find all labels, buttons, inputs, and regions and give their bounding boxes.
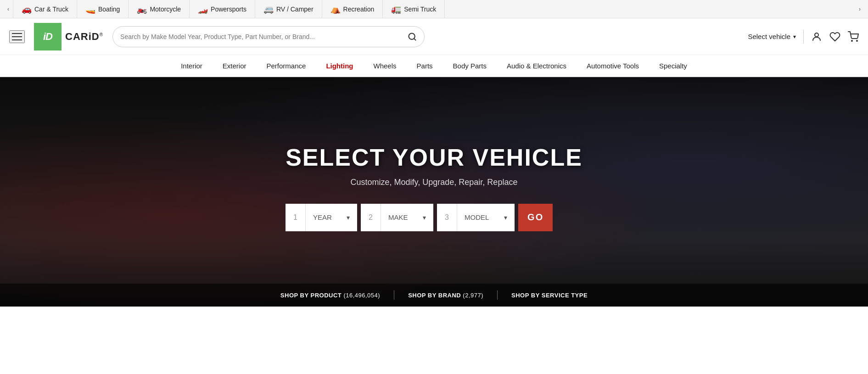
powersports-icon: 🏎️: [198, 4, 208, 14]
svg-point-3: [851, 40, 852, 41]
site-header: iD CARiD® Select vehicle ▾: [0, 18, 868, 55]
hamburger-line-2: [12, 36, 22, 37]
hero-title: SELECT YOUR VEHICLE: [286, 144, 582, 171]
nav-item-automotive-tools[interactable]: Automotive Tools: [577, 55, 649, 77]
select-vehicle-chevron: ▾: [793, 33, 796, 40]
selector-make: 2 MAKE ▾: [361, 204, 433, 231]
logo-icon-box: iD: [34, 23, 62, 50]
logo-brand-text: CARiD®: [65, 31, 103, 43]
recreation-label: Recreation: [343, 6, 375, 13]
powersports-label: Powersports: [211, 6, 246, 13]
search-bar-container: [112, 26, 425, 47]
scroll-right-arrow[interactable]: ›: [855, 0, 864, 18]
select-vehicle-label: Select vehicle: [748, 33, 790, 40]
top-cat-semi-truck[interactable]: 🚛Semi Truck: [383, 0, 445, 18]
hamburger-menu-button[interactable]: [9, 30, 25, 43]
car-truck-label: Car & Truck: [34, 6, 68, 13]
search-button[interactable]: [408, 32, 417, 41]
car-truck-icon: 🚗: [22, 4, 32, 14]
recreation-icon: ⛺: [330, 4, 341, 14]
semi-truck-label: Semi Truck: [404, 6, 436, 13]
logo-link[interactable]: iD CARiD®: [34, 23, 103, 50]
selector-number-year: 1: [286, 204, 306, 231]
heart-icon: [829, 31, 840, 42]
nav-item-audio-electronics[interactable]: Audio & Electronics: [497, 55, 577, 77]
rv-camper-label: RV / Camper: [276, 6, 314, 13]
svg-point-2: [815, 33, 818, 37]
hamburger-line-3: [12, 39, 22, 40]
scroll-left-arrow[interactable]: ‹: [4, 0, 13, 18]
nav-item-exterior[interactable]: Exterior: [213, 55, 257, 77]
vehicle-selector: 1 YEAR ▾ 2 MAKE ▾ 3 MODEL ▾ GO: [286, 204, 553, 231]
select-vehicle-button[interactable]: Select vehicle ▾: [748, 33, 796, 40]
selector-number-model: 3: [437, 204, 457, 231]
hero-subtitle: Customize, Modify, Upgrade, Repair, Repl…: [286, 178, 582, 187]
rv-camper-icon: 🚐: [263, 4, 274, 14]
year-select[interactable]: YEAR: [306, 204, 339, 231]
nav-item-body-parts[interactable]: Body Parts: [443, 55, 497, 77]
top-cat-boating[interactable]: 🚤Boating: [77, 0, 129, 18]
selector-number-make: 2: [361, 204, 381, 231]
cart-icon: [848, 31, 859, 42]
top-cat-powersports[interactable]: 🏎️Powersports: [190, 0, 255, 18]
nav-item-performance[interactable]: Performance: [257, 55, 316, 77]
bottom-link-shop-by-brand[interactable]: SHOP BY BRAND (2,977): [394, 292, 497, 299]
svg-line-1: [414, 38, 416, 40]
year-chevron: ▾: [339, 214, 357, 221]
selector-year: 1 YEAR ▾: [286, 204, 357, 231]
model-chevron: ▾: [497, 214, 515, 221]
make-select[interactable]: MAKE: [381, 204, 415, 231]
top-cat-car-truck[interactable]: 🚗Car & Truck: [13, 0, 77, 18]
selector-model: 3 MODEL ▾: [437, 204, 515, 231]
top-cat-motorcycle[interactable]: 🏍️Motorcycle: [129, 0, 190, 18]
boating-label: Boating: [98, 6, 120, 13]
logo-id-text: iD: [43, 31, 52, 43]
svg-point-4: [857, 40, 857, 41]
make-chevron: ▾: [415, 214, 433, 221]
top-cat-recreation[interactable]: ⛺Recreation: [322, 0, 383, 18]
nav-item-wheels[interactable]: Wheels: [364, 55, 407, 77]
header-right-section: Select vehicle ▾: [748, 30, 859, 44]
motorcycle-icon: 🏍️: [137, 4, 147, 14]
bottom-link-shop-by-service[interactable]: SHOP BY SERVICE TYPE: [498, 292, 601, 299]
bottom-links-bar: SHOP BY PRODUCT (16,496,054)SHOP BY BRAN…: [0, 284, 868, 307]
main-nav: InteriorExteriorPerformanceLightingWheel…: [0, 55, 868, 77]
nav-item-specialty[interactable]: Specialty: [649, 55, 697, 77]
wishlist-button[interactable]: [829, 31, 840, 42]
top-cat-rv-camper[interactable]: 🚐RV / Camper: [255, 0, 322, 18]
hamburger-line-1: [12, 33, 22, 34]
search-icon: [408, 32, 417, 41]
account-icon: [811, 31, 822, 42]
hero-content: SELECT YOUR VEHICLE Customize, Modify, U…: [286, 144, 582, 240]
nav-item-parts[interactable]: Parts: [407, 55, 443, 77]
hero-section: SELECT YOUR VEHICLE Customize, Modify, U…: [0, 77, 868, 307]
top-category-bar: ‹ 🚗Car & Truck🚤Boating🏍️Motorcycle🏎️Powe…: [0, 0, 868, 18]
header-divider: [803, 30, 804, 44]
account-button[interactable]: [811, 31, 822, 42]
search-input[interactable]: [120, 33, 408, 40]
logo-name: CARiD: [65, 31, 100, 42]
model-select[interactable]: MODEL: [457, 204, 497, 231]
cart-button[interactable]: [848, 31, 859, 42]
logo-sup: ®: [100, 32, 103, 37]
nav-item-lighting[interactable]: Lighting: [316, 55, 363, 77]
category-scroll-container: 🚗Car & Truck🚤Boating🏍️Motorcycle🏎️Powers…: [13, 0, 855, 18]
motorcycle-label: Motorcycle: [150, 6, 181, 13]
boating-icon: 🚤: [85, 4, 95, 14]
bottom-link-shop-by-product[interactable]: SHOP BY PRODUCT (16,496,054): [267, 292, 394, 299]
semi-truck-icon: 🚛: [391, 4, 401, 14]
nav-item-interior[interactable]: Interior: [171, 55, 213, 77]
go-button[interactable]: GO: [518, 204, 553, 231]
